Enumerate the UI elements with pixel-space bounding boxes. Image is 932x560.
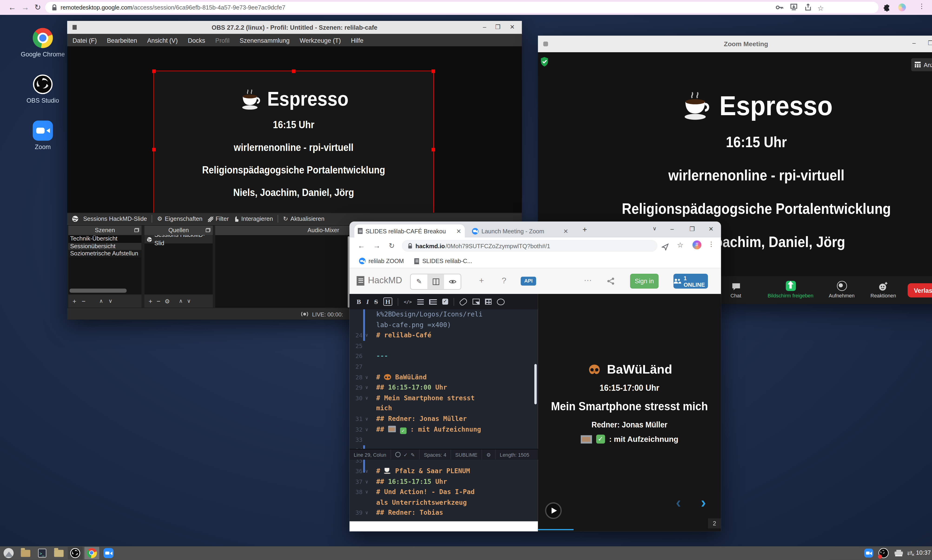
forward-icon[interactable]: → <box>22 0 29 15</box>
editor-line[interactable]: 36∨# Pfalz & Saar PLENUM <box>350 466 538 477</box>
desktop-icon-chrome[interactable]: Google Chrome <box>19 28 67 58</box>
close-icon[interactable]: ✕ <box>510 24 515 30</box>
close-tab-icon[interactable]: ✕ <box>456 228 461 234</box>
menu-profil[interactable]: Profil <box>215 37 229 44</box>
menu-hilfe[interactable]: Hilfe <box>351 37 364 44</box>
code-button[interactable]: </> <box>404 299 412 305</box>
maximize-icon[interactable]: ❐ <box>690 226 695 232</box>
comment-icon[interactable] <box>497 298 505 305</box>
link-icon[interactable] <box>458 297 468 306</box>
edit-mode-button[interactable]: ✎ <box>411 274 427 289</box>
lightbulb-icon[interactable] <box>395 452 400 457</box>
view-button[interactable]: Anze <box>911 58 932 71</box>
security-shield-icon[interactable] <box>540 57 549 67</box>
brush-icon[interactable]: ✎ <box>411 452 415 458</box>
keymap-setting[interactable]: SUBLIME <box>451 449 482 460</box>
selection-handle[interactable] <box>292 69 295 73</box>
share-screen-button[interactable]: Bildschirm freigeben <box>764 279 817 298</box>
more-options-icon[interactable]: … <box>583 273 592 283</box>
interact-button[interactable]: Interagieren <box>234 215 273 222</box>
close-tab-icon[interactable]: ✕ <box>563 228 568 234</box>
bookmark-relilab-zoom[interactable]: relilab ZOOM <box>359 258 404 264</box>
remove-scene-button[interactable]: − <box>82 297 85 305</box>
editor-line[interactable]: 31∨## Redner: Jonas Müller <box>350 414 538 424</box>
online-users-button[interactable]: 1 ONLINE <box>674 274 708 289</box>
move-down-button[interactable]: ∨ <box>187 298 191 304</box>
heading-button[interactable]: H <box>383 297 393 306</box>
selection-handle[interactable] <box>432 69 435 73</box>
vertical-scrollbar[interactable] <box>348 236 350 308</box>
filter-button[interactable]: Filter <box>207 215 229 222</box>
editor-line[interactable]: 29∨## 16:15-17:00 Uhr <box>350 382 538 393</box>
image-icon[interactable] <box>472 298 480 305</box>
refresh-button[interactable]: ↻Aktualisieren <box>283 215 324 222</box>
fold-chevron-icon[interactable]: ∨ <box>363 477 371 487</box>
editor-line[interactable]: 37∨## 16:15-17:15 Uhr <box>350 477 538 487</box>
fold-chevron-icon[interactable]: ∨ <box>363 382 371 393</box>
numbered-list-icon[interactable] <box>429 299 437 305</box>
bookmark-star-icon[interactable]: ☆ <box>818 4 824 12</box>
tray-printer[interactable] <box>891 547 906 559</box>
fold-chevron-icon[interactable]: ∨ <box>363 424 371 435</box>
minimize-icon[interactable]: – <box>483 24 486 30</box>
editor-line[interactable]: lab-cafe.png =x400) <box>350 320 538 330</box>
editor-line[interactable]: 27 <box>350 362 538 372</box>
editor-line[interactable]: als Unterrichtswerkzeug <box>350 497 538 508</box>
checklist-icon[interactable]: ✓ <box>442 298 448 305</box>
share-nodes-icon[interactable] <box>607 277 614 288</box>
taskbar-obs[interactable] <box>68 547 83 559</box>
strikethrough-button[interactable]: S <box>374 298 378 305</box>
check-icon[interactable]: ✓ <box>403 452 408 458</box>
reload-icon[interactable]: ↻ <box>389 242 395 250</box>
send-icon[interactable] <box>662 242 669 253</box>
maximize-icon[interactable]: ❐ <box>495 24 500 30</box>
address-bar[interactable]: remotedesktop.google.com/access/session/… <box>45 2 878 13</box>
source-properties-icon[interactable]: ⚙ <box>165 298 170 305</box>
address-bar[interactable]: hackmd.io/0Moh79SUTFCZoZzympwlTQ?both#/1 <box>402 240 657 252</box>
forward-icon[interactable]: → <box>373 242 381 250</box>
maximize-icon[interactable]: ❐ <box>928 40 932 46</box>
menu-ansicht[interactable]: Ansicht (V) <box>147 37 177 44</box>
italic-button[interactable]: I <box>366 298 369 305</box>
add-source-button[interactable]: + <box>148 297 152 305</box>
properties-button[interactable]: ⚙Eigenschaften <box>157 215 202 222</box>
tray-zoom[interactable] <box>861 547 876 559</box>
close-icon[interactable]: ✕ <box>708 226 713 232</box>
editor-line[interactable]: 39∨## Redner: Tobias <box>350 508 538 518</box>
bullet-list-icon[interactable] <box>417 299 424 305</box>
reload-icon[interactable]: ↻ <box>34 0 41 15</box>
menu-docks[interactable]: Docks <box>188 37 205 44</box>
settings-wrench-icon[interactable]: ⚙ <box>482 449 496 460</box>
move-up-button[interactable]: ∧ <box>179 298 183 304</box>
indent-setting[interactable]: Spaces: 4 <box>420 449 451 460</box>
menu-szenensammlung[interactable]: Szenensammlung <box>240 37 290 44</box>
selection-handle[interactable] <box>152 148 156 151</box>
horizontal-scrollbar[interactable] <box>69 289 127 293</box>
autoplay-button[interactable] <box>545 502 562 519</box>
bold-button[interactable]: B <box>356 298 361 305</box>
taskbar-zoom[interactable] <box>101 547 116 559</box>
fold-chevron-icon[interactable]: ∨ <box>363 414 371 424</box>
editor-line[interactable]: 38∨# Und Action! - Das I-Pad <box>350 487 538 497</box>
taskbar-terminal[interactable]: >_ <box>34 547 49 559</box>
bookmark-star-icon[interactable]: ☆ <box>677 241 684 249</box>
fold-chevron-icon[interactable]: ∨ <box>363 487 371 497</box>
menu-dots-icon[interactable]: ⋮ <box>708 240 714 248</box>
prev-slide-icon[interactable]: ‹ <box>676 499 681 506</box>
split-mode-button[interactable] <box>427 274 444 289</box>
editor-line[interactable]: mich <box>350 403 538 414</box>
popout-icon[interactable] <box>206 228 210 232</box>
menu-werkzeuge[interactable]: Werkzeuge (T) <box>299 37 341 44</box>
scene-item[interactable]: Technik-Übersicht <box>68 235 142 243</box>
new-tab-icon[interactable]: + <box>582 225 587 234</box>
taskbar-launcher[interactable] <box>1 547 16 559</box>
next-slide-icon[interactable]: › <box>701 499 706 506</box>
remove-source-button[interactable]: − <box>157 297 160 305</box>
menu-dots-icon[interactable]: ⋮ <box>918 2 925 10</box>
editor-line[interactable]: 26--- <box>350 351 538 362</box>
taskbar-chrome-active[interactable] <box>84 547 99 559</box>
add-scene-button[interactable]: + <box>73 297 76 305</box>
popout-icon[interactable] <box>134 228 139 232</box>
profile-avatar[interactable] <box>898 3 906 11</box>
obs-preview-canvas[interactable]: Espresso 16:15 Uhr wirlernenonline - rpi… <box>67 46 522 212</box>
